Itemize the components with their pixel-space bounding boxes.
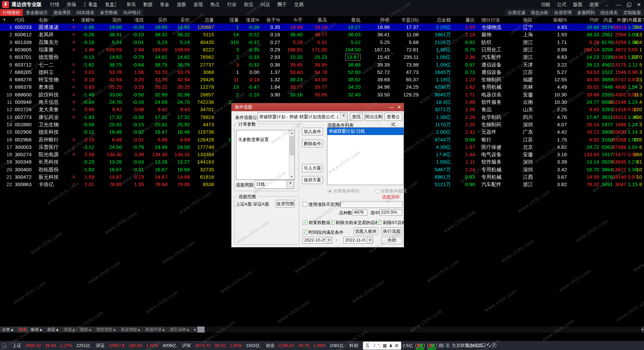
menu-item-14[interactable]: 交易 bbox=[290, 2, 307, 7]
cell-code-row-8[interactable]: 688278 bbox=[15, 76, 32, 83]
cell-name-row-3[interactable]: 百隆东方 bbox=[39, 39, 59, 46]
satellite-icon[interactable] bbox=[486, 343, 491, 348]
right-menu-item-0[interactable]: 功能 bbox=[537, 2, 553, 7]
cell-code-row-4[interactable]: 603605 bbox=[15, 46, 32, 53]
import-plan-button[interactable]: 引入方案 bbox=[302, 164, 323, 172]
menu-item-11[interactable]: 前沿 bbox=[240, 2, 257, 7]
toolbar-资金驱动力[interactable]: 资金驱动力 bbox=[23, 9, 51, 16]
restore-icon[interactable] bbox=[627, 3, 631, 6]
condition-list-selected-item[interactable]: 突破联盟计划 日线 bbox=[327, 128, 404, 135]
cell-name-row-21[interactable]: 新元科技 bbox=[39, 173, 59, 181]
index-name-2[interactable]: 沪深 bbox=[182, 343, 191, 349]
column-header-reg[interactable]: 地区 bbox=[523, 16, 532, 24]
cell-name-row-7[interactable]: 德科立 bbox=[39, 69, 54, 76]
cell-code-row-6[interactable]: 603712 bbox=[15, 61, 32, 69]
sogou-item[interactable]: ▦ bbox=[383, 343, 387, 348]
cell-name-row-12[interactable]: 龙大美食 bbox=[39, 106, 59, 113]
cell-name-row-13[interactable]: 康弘药业 bbox=[39, 114, 59, 121]
usage-note-button[interactable]: 用法注释 bbox=[365, 113, 383, 121]
cell-code-row-1[interactable]: 600233 bbox=[15, 24, 32, 31]
dialog-close-button[interactable]: 关闭 bbox=[381, 237, 402, 244]
cell-code-row-15[interactable]: 002908 bbox=[15, 128, 32, 136]
column-header-pv[interactable]: 昨收 bbox=[380, 16, 390, 24]
toolbar-定制版面[interactable]: 定制版面 bbox=[621, 9, 644, 16]
column-header-inn[interactable]: 内盘 bbox=[603, 16, 613, 24]
sogou-item[interactable]: 五 bbox=[366, 343, 370, 349]
column-header-ind[interactable]: 细分行业 bbox=[481, 16, 500, 24]
toolbar-DDE排名[interactable]: DDE排名 bbox=[74, 9, 97, 16]
checkbox-forward-adjusted[interactable]: ✓ bbox=[303, 220, 307, 225]
chevron-down-icon[interactable]: ▾ bbox=[286, 180, 294, 188]
column-header-name[interactable]: 名称 bbox=[39, 16, 48, 24]
cell-name-row-20[interactable]: 劲拓股份 bbox=[39, 166, 59, 173]
checkbox-remove-st[interactable]: ✓ bbox=[377, 220, 382, 225]
checkbox-time-range[interactable]: ✓ bbox=[303, 230, 307, 234]
toolbar-行情报价[interactable]: 行情报价 bbox=[0, 9, 23, 16]
cell-name-row-14[interactable]: 卫光生物 bbox=[39, 121, 59, 128]
menu-item-3[interactable]: 复盘〗 bbox=[101, 2, 123, 7]
cell-code-row-18[interactable]: 300274 bbox=[15, 151, 32, 158]
dialog-title-bar[interactable]: 条件选股 bbox=[231, 103, 404, 111]
tab-期权[interactable]: 期权▲ bbox=[78, 326, 94, 333]
menu-item-10[interactable]: 行业 bbox=[223, 2, 240, 7]
tab-自定[interactable]: 自定▲ bbox=[45, 326, 61, 333]
cell-name-row-6[interactable]: 七一二 bbox=[39, 61, 54, 69]
index-name-3[interactable]: 创业 bbox=[266, 343, 274, 349]
column-header-lo[interactable]: 最低 bbox=[351, 16, 361, 24]
cell-code-row-14[interactable]: 002880 bbox=[15, 121, 32, 128]
sogou-item[interactable]: ☽ bbox=[372, 343, 376, 348]
cell-name-row-4[interactable]: 珀莱雅 bbox=[39, 46, 54, 53]
sogou-item[interactable]: ⊞ bbox=[395, 343, 398, 348]
cell-name-row-1[interactable]: 圆通速递 bbox=[39, 24, 59, 31]
params-scrollbar[interactable]: ▲▼ bbox=[289, 130, 294, 179]
menu-item-1[interactable]: 市场 bbox=[63, 2, 80, 7]
menu-item-12[interactable]: 问达 bbox=[257, 2, 274, 7]
menu-item-2[interactable]: 〖看盘 bbox=[80, 2, 101, 7]
cell-code-row-10[interactable]: 688600 bbox=[15, 91, 32, 98]
menu-item-7[interactable]: 选股 bbox=[173, 2, 190, 7]
checkbox-updown-period[interactable] bbox=[303, 202, 307, 207]
minimize-icon[interactable]: — bbox=[613, 2, 624, 7]
pick-to-block-button[interactable]: 选股入板块 bbox=[354, 227, 378, 235]
cell-name-row-17[interactable]: 乐普医疗 bbox=[39, 143, 59, 151]
cell-name-row-16[interactable]: 苏州银行 bbox=[39, 136, 59, 143]
sogou-item[interactable]: ♟ bbox=[389, 343, 393, 348]
toolbar-自选管理[interactable]: 自选管理 bbox=[551, 9, 575, 16]
column-header-sell[interactable]: 卖价 bbox=[180, 16, 190, 24]
sogou-input-bar[interactable]: 五☽°,▦♟⊞ bbox=[363, 342, 401, 350]
cell-name-row-8[interactable]: 特宝生物 bbox=[39, 76, 59, 83]
column-header-ch[interactable]: 涨跌 bbox=[135, 16, 144, 24]
date-from-combobox[interactable]: 2022-10-25 ▾ bbox=[303, 237, 332, 244]
cell-code-row-16[interactable]: 002966 bbox=[15, 136, 32, 143]
period-combobox[interactable]: 日线 ▾ bbox=[255, 180, 294, 189]
chevron-down-icon[interactable]: ▾ bbox=[340, 113, 347, 121]
cell-name-row-5[interactable]: 德宏股份 bbox=[39, 53, 59, 61]
column-header-buy[interactable]: 买价 bbox=[158, 16, 167, 24]
column-header-mk[interactable]: • bbox=[72, 16, 74, 24]
power-icon[interactable] bbox=[491, 343, 497, 348]
keyboard-icon[interactable] bbox=[475, 343, 481, 348]
tab-期货现货[interactable]: 期货现货▲ bbox=[94, 326, 118, 333]
toolbar-组合分析[interactable]: 组合分析 bbox=[528, 9, 551, 16]
save-plan-button[interactable]: 保存方案 bbox=[302, 176, 323, 184]
column-header-op[interactable]: 今开 bbox=[293, 16, 303, 24]
tab-scroll-right-icon[interactable]: ▶ bbox=[641, 326, 644, 333]
cell-code-row-3[interactable]: 601339 bbox=[15, 39, 32, 46]
dialog-minimize-icon[interactable]: — bbox=[389, 103, 394, 111]
menu-item-0[interactable]: 行情 bbox=[46, 2, 63, 7]
toolbar-SUP统计[interactable]: SUP统计 bbox=[120, 9, 144, 16]
cell-code-row-11[interactable]: 000948 bbox=[15, 98, 32, 106]
monitor-icon[interactable] bbox=[481, 343, 486, 348]
right-menu-item-2[interactable]: 版面 bbox=[570, 2, 586, 7]
column-header-amt[interactable]: 总金额 bbox=[437, 16, 451, 24]
menu-item-4[interactable]: 资讯 bbox=[123, 2, 140, 7]
tab-板块[interactable]: 板块▲ bbox=[29, 326, 45, 333]
cell-code-row-22[interactable]: 300863 bbox=[15, 181, 32, 188]
column-header-spd[interactable]: 涨速% bbox=[246, 16, 259, 24]
column-header-avg[interactable]: 均价 bbox=[590, 16, 599, 24]
cell-code-row-9[interactable]: 688378 bbox=[15, 83, 32, 91]
cell-code-row-21[interactable]: 300472 bbox=[15, 173, 32, 181]
tab-scroll-track[interactable] bbox=[197, 326, 205, 333]
cell-code-row-13[interactable]: 002773 bbox=[15, 114, 32, 121]
connection-icon[interactable]: ∨ bbox=[2, 343, 7, 348]
